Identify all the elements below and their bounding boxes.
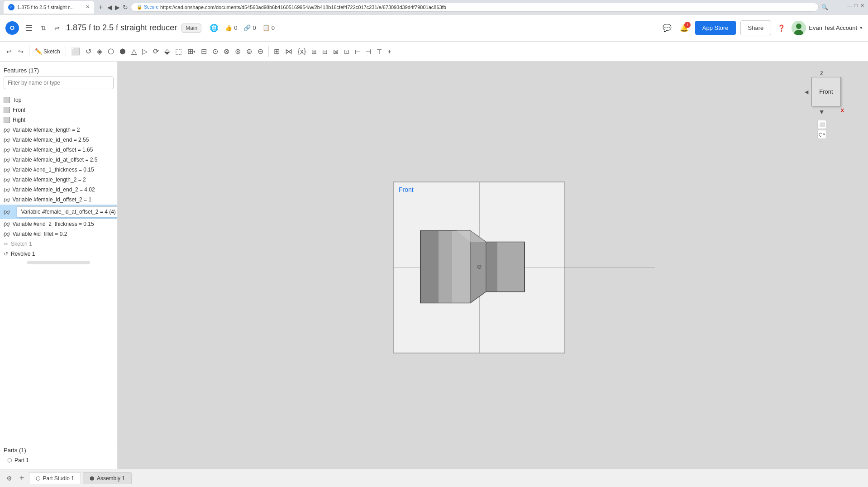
filter-input[interactable] [4,76,114,89]
sidebar-item-label: Right [13,117,25,123]
sidebar-list: Top Front Right (x) Variable #female_len… [0,93,117,441]
sidebar-item-label: Variable #female_length_2 = 2 [12,177,86,183]
toolbar-btn-8[interactable]: ⟳ [151,46,161,57]
browser-tab[interactable]: ○ 1.875 f to 2.5 f straight r... ✕ [4,1,94,14]
app-store-button[interactable]: App Store [695,21,736,35]
another-sort-button[interactable]: ⇌ [52,23,62,33]
branch-badge[interactable]: Main [181,24,201,33]
stat-globe-icon: 🌐 [210,24,219,32]
sidebar-item-var6[interactable]: (x) Variable #female_length_2 = 2 [0,175,117,185]
viewport[interactable]: Front [393,181,565,353]
canvas-area[interactable]: Front [118,62,868,469]
toolbar-btn-23[interactable]: ⊡ [342,47,352,57]
sidebar-item-var5[interactable]: (x) Variable #end_1_thickness = 0.15 [0,165,117,175]
sidebar-item-right[interactable]: Right [0,115,117,125]
sidebar-item-top[interactable]: Top [0,95,117,105]
cube-x-axis-label: X [841,108,844,113]
window-minimize-button[interactable]: — [847,3,852,9]
sidebar: Features (17) Top Front Right (x) Variab… [0,62,118,469]
sidebar-item-var8[interactable]: (x) Variable #female_id_offset_2 = 1 [0,195,117,205]
share-button[interactable]: Share [740,20,772,35]
toolbar-btn-25[interactable]: ⊣ [363,47,373,57]
toolbar-btn-21[interactable]: ⊟ [320,47,330,57]
links-stat[interactable]: 🔗 0 [243,24,256,31]
help-button[interactable]: ❓ [776,23,787,33]
toolbar-btn-18[interactable]: ⋈ [283,46,295,57]
notification-button[interactable]: 🔔 1 [678,22,691,34]
toolbar-btn-27[interactable]: + [385,47,393,57]
toolbar-btn-10[interactable]: ⬚ [173,46,184,57]
user-profile[interactable]: Evan Test Account ▾ [792,21,863,35]
toolbar-btn-19[interactable]: {x} [296,46,309,57]
toolbar-btn-5[interactable]: ⬢ [117,46,128,57]
undo-button[interactable]: ↩ [4,46,14,57]
toolbar-btn-1[interactable]: ⬜ [69,46,82,57]
hamburger-menu-button[interactable]: ☰ [24,21,34,35]
bottom-bar-settings-button[interactable]: ⚙ [4,473,15,484]
cube-ctrl-view-button[interactable]: ⬡▾ [817,130,826,139]
toolbar-btn-14[interactable]: ⊛ [233,46,243,57]
downloads-stat[interactable]: 📋 0 [262,24,275,31]
toolbar-btn-20[interactable]: ⊞ [309,47,319,57]
chat-button[interactable]: 💬 [661,22,673,34]
downloads-count: 0 [272,24,275,31]
browser-forward-button[interactable]: ▶ [115,4,120,11]
toolbar-btn-grid[interactable]: ⊞ ▾ [185,46,198,57]
window-maximize-button[interactable]: □ [854,3,858,9]
toolbar-btn-2[interactable]: ↺ [83,46,94,57]
toolbar-btn-12[interactable]: ⊙ [210,46,220,57]
likes-count: 0 [234,24,237,31]
sort-button[interactable]: ⇅ [39,23,48,33]
tab-assembly-1[interactable]: ⬢ Assembly 1 [83,472,132,484]
toolbar-btn-7[interactable]: ▷ [140,46,150,57]
sidebar-item-sketch1[interactable]: ✏ Sketch 1 [0,239,117,249]
cube-ctrl-zoom-button[interactable]: ⬜ [817,120,826,129]
variable-icon: (x) [4,147,10,153]
toolbar-btn-16[interactable]: ⊝ [255,46,266,57]
sidebar-item-var10[interactable]: (x) Variable #end_2_thickness = 0.15 [0,219,117,229]
sidebar-item-var9-highlighted[interactable]: (x) Variable #female_id_at_offset_2 = 4 … [0,205,117,219]
redo-button[interactable]: ↪ [15,46,26,57]
nav-cube-face[interactable]: Front X [811,77,841,106]
onshape-logo[interactable]: O [5,21,19,35]
address-bar[interactable]: 🔒 Secure https://cad.onshape.com/documen… [131,3,819,12]
sidebar-item-label: Variable #end_1_thickness = 0.15 [12,167,94,173]
tab-part-studio-1[interactable]: ⬡ Part Studio 1 [29,472,81,484]
toolbar-btn-4[interactable]: ⬡ [105,46,116,57]
cube-face-label: Front [819,88,833,95]
tab-close-icon[interactable]: ✕ [86,4,90,10]
likes-stat[interactable]: 👍 0 [225,24,237,31]
toolbar-btn-3[interactable]: ◈ [95,46,105,57]
toolbar-btn-13[interactable]: ⊗ [221,46,232,57]
sidebar-item-var11[interactable]: (x) Variable #id_fillet = 0.2 [0,229,117,239]
toolbar-btn-24[interactable]: ⊢ [353,47,362,57]
browser-back-button[interactable]: ◀ [107,4,112,11]
toolbar-btn-15[interactable]: ⊜ [244,46,254,57]
cube-left-arrow-button[interactable]: ◄ [802,87,811,96]
sidebar-item-front[interactable]: Front [0,105,117,115]
sidebar-item-var7[interactable]: (x) Variable #female_id_end_2 = 4.02 [0,185,117,195]
sidebar-item-var1[interactable]: (x) Variable #female_length = 2 [0,125,117,135]
toolbar-btn-6[interactable]: △ [129,46,139,57]
toolbar-btn-22[interactable]: ⊠ [331,47,341,57]
header-stats: 🌐 👍 0 🔗 0 📋 0 [210,24,275,32]
toolbar-btn-11[interactable]: ⊟ [199,46,209,57]
window-close-button[interactable]: ✕ [860,3,864,9]
toolbar-btn-26[interactable]: ⊤ [374,47,384,57]
main-layout: Features (17) Top Front Right (x) Variab… [0,62,868,469]
toolbar-btn-17[interactable]: ⊞ [272,46,282,57]
browser-refresh-button[interactable]: ↻ [123,4,128,11]
sidebar-item-part1[interactable]: ⬡ Part 1 [4,455,114,465]
sidebar-item-var4[interactable]: (x) Variable #female_id_at_offset = 2.5 [0,155,117,165]
sidebar-item-revolve1[interactable]: ↺ Revolve 1 [0,249,117,259]
tab-favicon: ○ [8,4,14,10]
add-tab-button[interactable]: + [17,472,27,485]
new-tab-button[interactable]: + [96,2,105,12]
sketch-button[interactable]: ✏️ Sketch [32,46,63,57]
browser-search-button[interactable]: 🔍 [821,4,828,10]
toolbar-btn-9[interactable]: ⬙ [162,46,172,57]
plane-icon [4,97,10,103]
cube-down-arrow-button[interactable]: ▼ [818,107,826,116]
sidebar-item-var2[interactable]: (x) Variable #female_id_end = 2.55 [0,135,117,145]
sidebar-item-var3[interactable]: (x) Variable #female_id_offset = 1.65 [0,145,117,155]
